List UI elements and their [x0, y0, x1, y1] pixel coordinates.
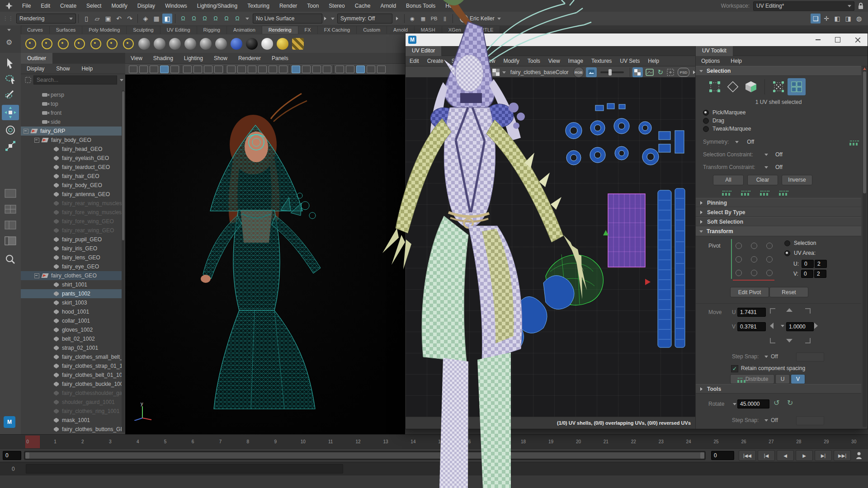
outliner-row[interactable]: mask_1001 [21, 416, 122, 425]
file-toolbar-icon[interactable]: ▱ [92, 14, 102, 23]
collapsed-section-bar[interactable]: Pinning [696, 198, 861, 207]
viewport-toolbar-icon[interactable] [302, 66, 311, 73]
viewport-toolbar-icon[interactable] [129, 66, 137, 73]
outliner-row[interactable]: fairy_hair_GEO [21, 172, 122, 181]
menu-item[interactable]: Modify [106, 3, 132, 9]
menu-item[interactable]: Lighting/Shading [192, 3, 242, 9]
selection-mode-radio-row[interactable]: Drag [703, 117, 861, 125]
selection-action-button[interactable]: Clear [747, 175, 778, 185]
shrink-selection-icon[interactable] [721, 188, 733, 196]
viewport-toolbar-icon[interactable] [258, 66, 267, 73]
shelf-tab[interactable]: FX [298, 26, 318, 34]
shelf-tool-icon[interactable] [184, 38, 196, 50]
snap-magnet-icon[interactable]: Ω [189, 14, 199, 23]
move-down-button[interactable] [786, 339, 793, 343]
outliner-menu-item[interactable]: Help [75, 66, 99, 72]
move-down-left-button[interactable] [770, 338, 775, 343]
rotate-cw-button[interactable]: ↻ [787, 399, 793, 407]
chevron-down-icon[interactable] [733, 403, 736, 405]
animation-preferences-icon[interactable] [854, 451, 863, 460]
chevron-down-icon[interactable] [764, 356, 768, 358]
viewport-menu-item[interactable]: Panels [266, 55, 294, 61]
selection-action-button[interactable]: All [713, 175, 744, 185]
shelf-tab[interactable]: Animation [227, 26, 262, 34]
snap-magnet-icon[interactable]: Ω [178, 14, 188, 23]
outliner-row[interactable]: top [21, 99, 122, 108]
symmetry-dropdown-value[interactable]: Off [747, 139, 754, 145]
viewport-toolbar-icon[interactable] [292, 66, 300, 73]
menu-item[interactable]: Edit [36, 3, 55, 9]
outliner-row[interactable]: fairy_rear_wing_muscles_GEO [21, 199, 122, 208]
chevron-down-icon[interactable] [245, 18, 249, 20]
layout-split-pane-icon[interactable] [5, 221, 16, 230]
snap-magnet-icon[interactable]: Ω [211, 14, 221, 23]
pivot-position-grid[interactable] [736, 239, 782, 280]
playback-button[interactable]: ▶| [815, 450, 832, 461]
shelf-tab[interactable]: Rigging [197, 26, 227, 34]
viewport-toolbar-icon[interactable] [204, 66, 212, 73]
uv-area-u0-field[interactable]: 0 [802, 260, 814, 268]
workspace-lock-icon[interactable] [858, 3, 863, 9]
selection-constraint-value[interactable]: Off [775, 151, 783, 158]
outliner-search-input[interactable] [33, 75, 117, 84]
move-up-button[interactable] [786, 308, 793, 312]
outliner-row[interactable]: fairy_eyelash_GEO [21, 154, 122, 163]
outliner-row[interactable]: pants_1002 [21, 289, 122, 298]
shelf-tab-menu-icon[interactable] [7, 29, 11, 31]
viewport-toolbar-icon[interactable] [214, 66, 223, 73]
selection-action-button[interactable]: Inverse [782, 175, 812, 185]
distribute-u-button[interactable]: U [775, 374, 790, 384]
window-close-button[interactable] [848, 34, 868, 46]
snap-magnet-icon[interactable]: Ω [222, 14, 231, 23]
selection-mask-icon[interactable]: ▦ [151, 14, 161, 23]
move-up-right-button[interactable] [805, 308, 811, 314]
outliner-row[interactable]: fairy_antenna_GEO [21, 190, 122, 199]
uv-toolkit-scrollbar[interactable] [863, 67, 867, 427]
viewport-toolbar-icon[interactable] [248, 66, 256, 73]
selection-mode-radio-row[interactable]: Tweak/Marquee [703, 125, 861, 133]
workspace-dropdown[interactable]: UV Editing* [753, 1, 854, 11]
playback-button[interactable]: ◀ [777, 450, 794, 461]
rotate-angle-field[interactable]: 45.0000 [737, 399, 769, 408]
transform-constraint-value[interactable]: Off [775, 164, 783, 170]
outliner-row[interactable]: persp [21, 90, 122, 99]
viewport-toolbar-icon[interactable] [150, 66, 158, 73]
viewport-menu-item[interactable]: Show [208, 55, 233, 61]
selection-mode-radio-row[interactable]: Pick/Marquee [703, 108, 861, 117]
viewport-toolbar-icon[interactable] [289, 65, 290, 73]
pivot-uv-area-radio[interactable]: UV Area: [784, 250, 816, 256]
menu-item[interactable]: Display [132, 3, 160, 9]
file-toolbar-icon[interactable]: ↶ [114, 14, 124, 23]
select-tool-icon[interactable] [5, 58, 15, 69]
shelf-tool-icon[interactable] [246, 38, 258, 50]
outliner-title-tab[interactable]: Outliner [21, 53, 53, 64]
window-minimize-button[interactable] [808, 34, 828, 46]
sidebar-toggle-icon[interactable]: ◍ [854, 14, 864, 23]
outliner-row[interactable]: fairy_clothes_buttons_GEO [21, 425, 122, 434]
uv-area-u1-field[interactable]: 2 [815, 260, 827, 268]
outliner-row[interactable]: fairy_lens_GEO [21, 253, 122, 262]
zoom-magnifier-icon[interactable] [5, 254, 16, 265]
chevron-down-icon[interactable] [764, 419, 768, 422]
retain-spacing-checkbox[interactable]: ✓ [731, 365, 738, 372]
move-v-field[interactable]: 0.3781 [737, 322, 766, 331]
viewport-toolbar-icon[interactable] [181, 65, 181, 73]
move-step-snap-value[interactable]: Off [771, 353, 778, 360]
outliner-row[interactable]: fairy_rear_wing_GEO [21, 226, 122, 235]
chevron-down-icon[interactable] [735, 141, 739, 143]
shelf-tool-icon[interactable] [215, 38, 227, 50]
outliner-row[interactable]: fairy_fore_wing_GEO [21, 217, 122, 226]
shelf-tool-icon[interactable] [42, 38, 52, 49]
move-u-field[interactable]: 1.7431 [737, 308, 766, 317]
selection-mask-icon[interactable]: ◈ [141, 14, 151, 23]
pivot-selection-radio[interactable]: Selection [784, 240, 816, 246]
collapsed-section-bar[interactable]: Soft Selection [696, 217, 861, 226]
playback-button[interactable]: ▶ [796, 450, 813, 461]
viewport-toolbar-icon[interactable] [356, 66, 365, 73]
edge-select-mode-icon[interactable] [724, 78, 742, 95]
outliner-row[interactable]: fairy_GRP [21, 127, 122, 136]
viewport-toolbar-icon[interactable] [279, 66, 288, 73]
menu-set-dropdown[interactable]: Rendering [16, 14, 76, 23]
menu-item[interactable]: Select [81, 3, 106, 9]
uv-area-v0-field[interactable]: 0 [801, 270, 813, 278]
